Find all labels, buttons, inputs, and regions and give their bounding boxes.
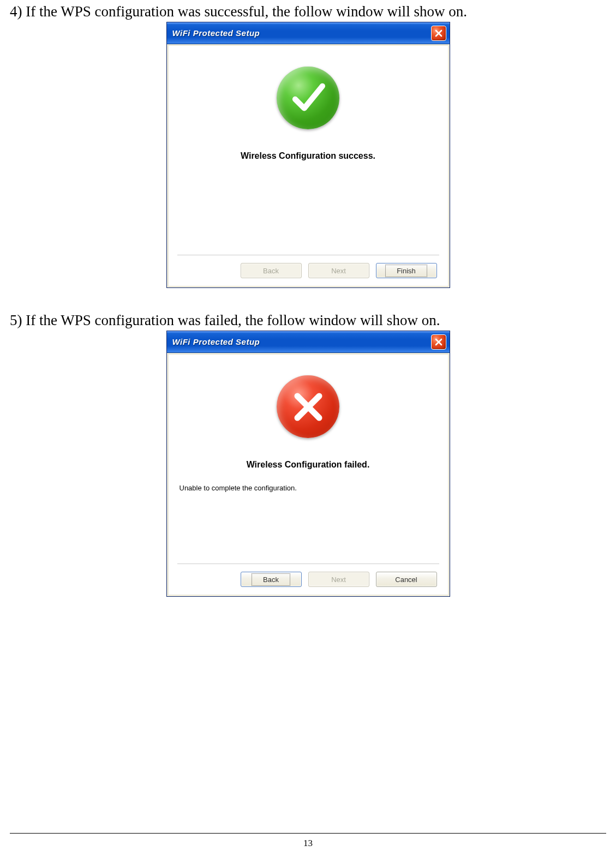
next-button: Next bbox=[308, 572, 369, 587]
status-icon-row bbox=[178, 67, 438, 129]
fail-dialog-container: WiFi Protected Setup Wireless Configurat… bbox=[0, 331, 616, 597]
close-icon bbox=[434, 338, 443, 346]
close-button[interactable] bbox=[431, 334, 446, 350]
window-title: WiFi Protected Setup bbox=[172, 337, 431, 346]
cancel-button[interactable]: Cancel bbox=[376, 572, 437, 587]
separator bbox=[177, 255, 439, 255]
detail-message: Unable to complete the configuration. bbox=[178, 484, 438, 492]
footer-separator bbox=[10, 833, 606, 834]
page-number: 13 bbox=[0, 838, 616, 849]
fail-icon bbox=[277, 375, 339, 438]
success-icon bbox=[277, 67, 339, 129]
button-row: Back Next Cancel bbox=[178, 571, 438, 591]
cross-icon bbox=[291, 389, 326, 424]
back-button: Back bbox=[241, 263, 302, 278]
status-message: Wireless Configuration failed. bbox=[178, 460, 438, 470]
close-icon bbox=[434, 29, 443, 38]
titlebar[interactable]: WiFi Protected Setup bbox=[167, 331, 450, 353]
next-button: Next bbox=[308, 263, 369, 278]
wps-fail-dialog: WiFi Protected Setup Wireless Configurat… bbox=[166, 331, 450, 597]
window-title: WiFi Protected Setup bbox=[172, 28, 431, 38]
titlebar[interactable]: WiFi Protected Setup bbox=[167, 22, 450, 44]
button-row: Back Next Finish bbox=[178, 262, 438, 283]
close-button[interactable] bbox=[431, 26, 446, 41]
success-dialog-container: WiFi Protected Setup Wireless Configurat… bbox=[0, 22, 616, 288]
wps-success-dialog: WiFi Protected Setup Wireless Configurat… bbox=[166, 22, 450, 288]
dialog-content: Wireless Configuration success. Back Nex… bbox=[169, 46, 448, 286]
checkmark-icon bbox=[288, 78, 328, 118]
status-message: Wireless Configuration success. bbox=[178, 151, 438, 161]
dialog-content: Wireless Configuration failed. Unable to… bbox=[169, 355, 448, 595]
step-4-text: 4) If the WPS configuration was successf… bbox=[10, 2, 606, 21]
status-icon-row bbox=[178, 375, 438, 438]
back-button[interactable]: Back bbox=[241, 572, 302, 587]
finish-button[interactable]: Finish bbox=[376, 263, 437, 278]
step-5-text: 5) If the WPS configuration was failed, … bbox=[10, 311, 606, 330]
separator bbox=[177, 564, 439, 564]
